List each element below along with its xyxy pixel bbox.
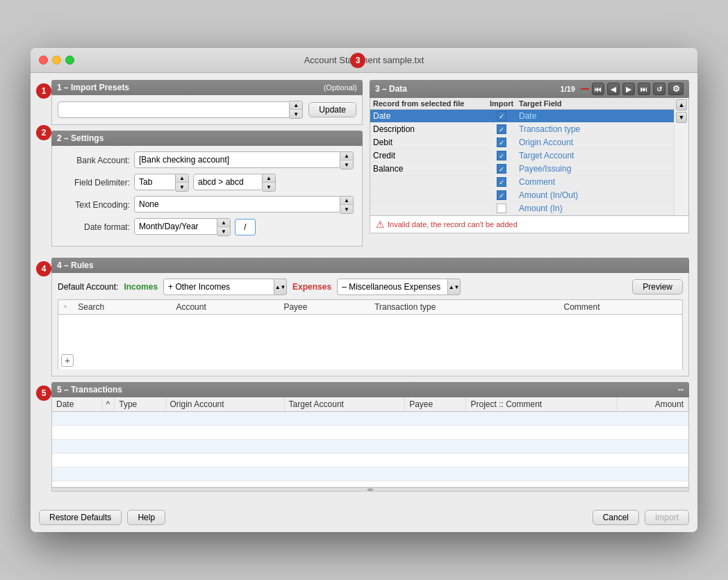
trans-col-date[interactable]: Date (52, 397, 101, 412)
date-separator-input[interactable]: / (235, 219, 256, 235)
date-format-stepper[interactable]: ▲ ▼ (217, 218, 231, 236)
incomes-account-stepper[interactable]: ▲▼ (274, 279, 287, 295)
data-row[interactable]: Amount (In/Out) (370, 189, 674, 202)
text-encoding-stepper[interactable]: ▲ ▼ (340, 196, 354, 214)
bank-account-select[interactable]: [Bank checking account] (134, 151, 340, 168)
preset-stepper-up[interactable]: ▲ (290, 101, 302, 110)
trans-col-target[interactable]: Target Account (284, 397, 405, 412)
section1-header: 1 – Import Presets (Optional) (51, 80, 363, 95)
expenses-account-select[interactable]: – Miscellaneous Expenses (337, 279, 448, 295)
restore-defaults-button[interactable]: Restore Defaults (39, 510, 122, 525)
preset-input[interactable] (58, 101, 290, 118)
field-delimiter-select[interactable]: Tab (134, 174, 176, 190)
trans-col-payee[interactable]: Payee (405, 397, 466, 412)
text-encoding-down[interactable]: ▼ (340, 205, 353, 213)
step-badge-title: 3 (350, 53, 365, 68)
add-rule-button[interactable]: + (61, 354, 74, 367)
error-icon: ⚠ (376, 219, 385, 230)
rules-col-comment[interactable]: Comment (558, 300, 682, 315)
minimize-button[interactable] (52, 56, 61, 65)
delimiter-transform-down[interactable]: ▼ (263, 183, 275, 191)
horizontal-scrollbar[interactable] (51, 488, 689, 492)
nav-last-btn[interactable]: ⏭ (638, 83, 650, 95)
bank-account-down[interactable]: ▼ (340, 160, 353, 169)
import-checkbox[interactable] (497, 164, 506, 174)
data-row[interactable]: Amount (In) (370, 202, 674, 215)
import-checkbox[interactable] (497, 204, 506, 213)
import-checkbox[interactable] (497, 124, 506, 134)
trans-col-type[interactable]: Type (115, 397, 165, 412)
section5-collapse-btn[interactable]: -- (678, 385, 684, 395)
data-row[interactable]: Balance Payee/Issuing (370, 163, 674, 176)
preview-button[interactable]: Preview (632, 279, 683, 295)
gear-btn[interactable]: ⚙ (668, 83, 684, 95)
date-format-select[interactable]: Month/Day/Year (134, 218, 217, 235)
data-row[interactable]: Description Transaction type (370, 123, 674, 136)
trans-col-sort[interactable]: ^ (101, 397, 115, 412)
text-encoding-label: Text Encoding: (60, 200, 130, 210)
import-checkbox[interactable] (497, 177, 506, 187)
data-row[interactable]: Comment (370, 176, 674, 189)
data-row[interactable]: Date Date (370, 110, 674, 123)
section4-header: 4 – Rules (51, 258, 689, 273)
bank-account-stepper[interactable]: ▲ ▼ (340, 151, 354, 169)
rules-col-search[interactable]: Search (72, 300, 170, 315)
rules-col-account[interactable]: Account (170, 300, 278, 315)
expenses-account-stepper[interactable]: ▲▼ (448, 279, 461, 295)
text-encoding-up[interactable]: ▲ (340, 197, 353, 205)
import-button[interactable]: Import (645, 510, 689, 525)
import-checkbox[interactable] (497, 111, 506, 121)
update-button[interactable]: Update (308, 102, 356, 117)
import-checkbox[interactable] (497, 190, 506, 200)
close-button[interactable] (39, 56, 48, 65)
field-delimiter-down[interactable]: ▼ (176, 183, 188, 191)
nav-refresh-btn[interactable]: ↺ (653, 83, 665, 95)
rules-col-payee[interactable]: Payee (278, 300, 369, 315)
nav-prev-btn[interactable]: ◀ (607, 83, 620, 95)
field-delimiter-stepper[interactable]: ▲ ▼ (176, 174, 189, 192)
incomes-account-select[interactable]: + Other Incomes (163, 279, 274, 295)
delimiter-transform-stepper[interactable]: ▲ ▼ (263, 174, 276, 192)
scroll-down-btn[interactable]: ▼ (676, 112, 687, 123)
data-table-body: Date Date Description (370, 110, 674, 215)
delimiter-transform-up[interactable]: ▲ (263, 174, 275, 183)
trans-col-project-comment[interactable]: Project :: Comment (466, 397, 617, 412)
step-4-badge: 4 (36, 261, 51, 276)
cancel-button[interactable]: Cancel (593, 510, 639, 525)
import-checkbox[interactable] (497, 138, 506, 147)
rules-col-transaction-type[interactable]: Transaction type (369, 300, 558, 315)
rules-table-container: ^ Search Account Payee Transaction type … (58, 299, 683, 370)
date-format-label: Date format: (60, 222, 130, 232)
table-row (52, 454, 688, 467)
scroll-up-btn[interactable]: ▲ (676, 99, 687, 110)
trans-col-origin[interactable]: Origin Account (165, 397, 284, 412)
import-checkbox[interactable] (497, 151, 506, 160)
rules-default-row: Default Account: Incomes + Other Incomes… (58, 279, 683, 295)
traffic-lights[interactable] (39, 56, 74, 65)
data-row[interactable]: Credit Target Account (370, 149, 674, 163)
text-encoding-select[interactable]: None (134, 196, 340, 213)
preset-stepper-down[interactable]: ▼ (290, 110, 302, 118)
table-row (52, 426, 688, 440)
data-table-header: Record from selected file Import Target … (370, 98, 674, 110)
section1-body: ▲ ▼ Update (51, 95, 363, 125)
step-1-badge: 1 (36, 83, 51, 99)
field-delimiter-up[interactable]: ▲ (176, 174, 188, 183)
rules-col-sort[interactable]: ^ (58, 300, 73, 315)
expenses-label: Expenses (292, 282, 331, 292)
date-format-down[interactable]: ▼ (217, 227, 230, 235)
delimiter-transform-select[interactable]: abcd > abcd (193, 174, 263, 190)
bank-account-up[interactable]: ▲ (340, 152, 353, 160)
nav-next-btn[interactable]: ▶ (622, 83, 635, 95)
nav-first-btn[interactable]: ⏮ (592, 83, 604, 95)
default-account-label: Default Account: (58, 282, 118, 292)
date-format-up[interactable]: ▲ (217, 219, 230, 227)
preset-stepper[interactable]: ▲ ▼ (290, 101, 303, 119)
help-button[interactable]: Help (127, 510, 165, 525)
titlebar: Account Statement sample.txt 3 (31, 48, 697, 73)
data-row[interactable]: Debit Origin Account (370, 136, 674, 149)
transactions-container: Date ^ Type Origin Account Target Accoun… (51, 397, 689, 488)
trans-col-amount[interactable]: Amount (617, 397, 688, 412)
table-row (52, 467, 688, 481)
maximize-button[interactable] (65, 56, 74, 65)
